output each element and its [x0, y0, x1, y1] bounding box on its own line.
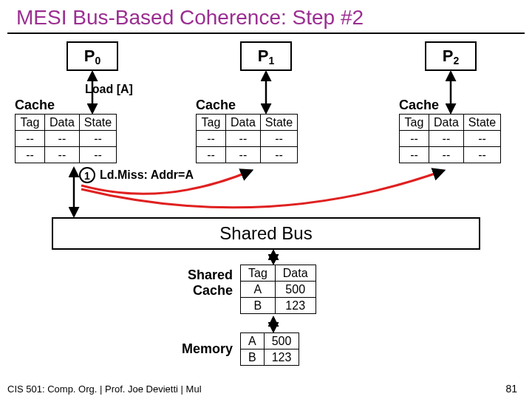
- shared-cache-table: TagData A500 B123: [240, 265, 316, 314]
- slide-number: 81: [505, 383, 517, 395]
- page-title: MESI Bus-Based Coherence: Step #2: [7, 0, 525, 34]
- cache-label-1: Cache: [196, 98, 236, 113]
- load-action-label: Load [A]: [85, 83, 133, 96]
- cache-table-0: TagDataState ------ ------: [15, 114, 117, 163]
- step-number-badge: 1: [79, 167, 95, 183]
- memory-table: A500 B123: [240, 332, 299, 366]
- cache-label-0: Cache: [15, 98, 55, 113]
- shared-bus: Shared Bus: [52, 217, 480, 250]
- processor-p0: P0: [66, 41, 118, 71]
- load-miss-label: Ld.Miss: Addr=A: [100, 168, 194, 182]
- cache-label-2: Cache: [399, 98, 439, 113]
- processor-p1: P1: [240, 41, 292, 71]
- cache-table-2: TagDataState ------ ------: [399, 114, 501, 163]
- footer-text: CIS 501: Comp. Org. | Prof. Joe Devietti…: [7, 383, 202, 395]
- cache-table-1: TagDataState ------ ------: [196, 114, 298, 163]
- diagram-stage: P0 P1 P2 Load [A] Cache Cache Cache TagD…: [0, 41, 532, 396]
- shared-cache-label: Shared Cache: [129, 267, 233, 299]
- memory-label: Memory: [129, 341, 233, 357]
- processor-p2: P2: [425, 41, 477, 71]
